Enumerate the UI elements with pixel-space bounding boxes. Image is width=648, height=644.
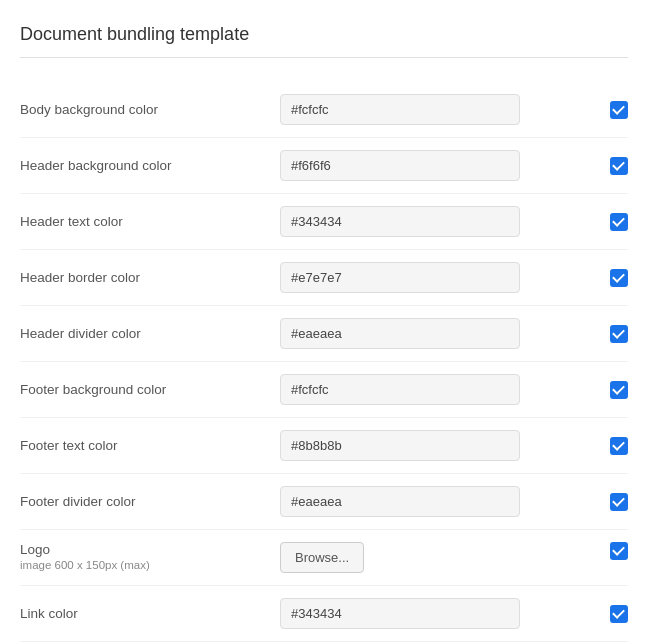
input-area-header-text-color: [280, 206, 600, 237]
form-row-footer-divider-color: Footer divider color: [20, 474, 628, 530]
checkbox-header-text-color[interactable]: [610, 213, 628, 231]
input-area-footer-divider-color: [280, 486, 600, 517]
label-logo: Logoimage 600 x 150px (max): [20, 542, 280, 571]
input-area-body-background-color: [280, 94, 600, 125]
checkbox-footer-background-color[interactable]: [610, 381, 628, 399]
color-input-link-color[interactable]: [280, 598, 520, 629]
checkbox-wrapper-header-border-color: [600, 269, 628, 287]
form-row-header-text-color: Header text color: [20, 194, 628, 250]
checkbox-header-background-color[interactable]: [610, 157, 628, 175]
input-area-header-border-color: [280, 262, 600, 293]
checkbox-wrapper-logo: [600, 542, 628, 560]
browse-button-logo[interactable]: Browse...: [280, 542, 364, 573]
label-link-color: Link color: [20, 606, 280, 621]
input-area-footer-background-color: [280, 374, 600, 405]
form-row-body-background-color: Body background color: [20, 82, 628, 138]
checkbox-header-border-color[interactable]: [610, 269, 628, 287]
checkbox-wrapper-footer-divider-color: [600, 493, 628, 511]
input-area-header-background-color: [280, 150, 600, 181]
form-row-header-divider-color: Header divider color: [20, 306, 628, 362]
checkbox-wrapper-header-background-color: [600, 157, 628, 175]
input-area-logo: Browse...: [280, 542, 600, 573]
color-input-header-divider-color[interactable]: [280, 318, 520, 349]
input-area-link-color: [280, 598, 600, 629]
label-header-background-color: Header background color: [20, 158, 280, 173]
checkbox-logo[interactable]: [610, 542, 628, 560]
page-title: Document bundling template: [20, 24, 628, 58]
form-row-footer-text-color: Footer text color: [20, 418, 628, 474]
label-header-border-color: Header border color: [20, 270, 280, 285]
sub-label-logo: image 600 x 150px (max): [20, 559, 280, 571]
label-header-text-color: Header text color: [20, 214, 280, 229]
checkbox-wrapper-header-text-color: [600, 213, 628, 231]
form-row-link-color: Link color: [20, 586, 628, 642]
form-row-footer-background-color: Footer background color: [20, 362, 628, 418]
checkbox-footer-divider-color[interactable]: [610, 493, 628, 511]
checkbox-link-color[interactable]: [610, 605, 628, 623]
color-input-footer-background-color[interactable]: [280, 374, 520, 405]
checkbox-wrapper-footer-text-color: [600, 437, 628, 455]
label-footer-background-color: Footer background color: [20, 382, 280, 397]
color-input-header-background-color[interactable]: [280, 150, 520, 181]
label-body-background-color: Body background color: [20, 102, 280, 117]
form-row-logo: Logoimage 600 x 150px (max)Browse...: [20, 530, 628, 586]
color-input-header-text-color[interactable]: [280, 206, 520, 237]
label-footer-text-color: Footer text color: [20, 438, 280, 453]
checkbox-wrapper-link-color: [600, 605, 628, 623]
main-container: Document bundling template Body backgrou…: [0, 0, 648, 644]
form-row-header-border-color: Header border color: [20, 250, 628, 306]
input-area-footer-text-color: [280, 430, 600, 461]
checkbox-body-background-color[interactable]: [610, 101, 628, 119]
checkbox-wrapper-footer-background-color: [600, 381, 628, 399]
input-area-header-divider-color: [280, 318, 600, 349]
color-input-body-background-color[interactable]: [280, 94, 520, 125]
label-footer-divider-color: Footer divider color: [20, 494, 280, 509]
fields-list: Body background colorHeader background c…: [20, 82, 628, 642]
color-input-footer-text-color[interactable]: [280, 430, 520, 461]
form-row-header-background-color: Header background color: [20, 138, 628, 194]
color-input-footer-divider-color[interactable]: [280, 486, 520, 517]
checkbox-wrapper-header-divider-color: [600, 325, 628, 343]
color-input-header-border-color[interactable]: [280, 262, 520, 293]
label-header-divider-color: Header divider color: [20, 326, 280, 341]
checkbox-header-divider-color[interactable]: [610, 325, 628, 343]
checkbox-footer-text-color[interactable]: [610, 437, 628, 455]
checkbox-wrapper-body-background-color: [600, 101, 628, 119]
